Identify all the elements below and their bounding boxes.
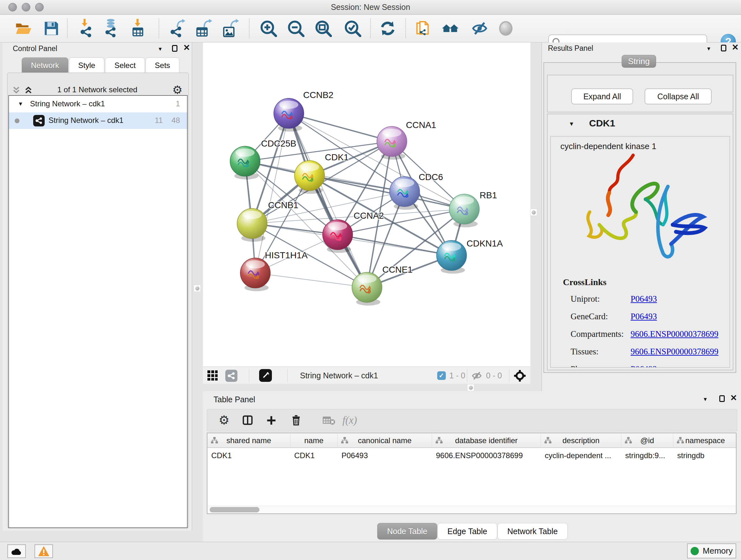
network-view-canvas[interactable]: CCNB2CCNA1CDC25BCDK1CDC6RB1CCNB1CCNA2CDK… [203,43,530,367]
cloud-status-button[interactable] [7,544,26,558]
results-panel-close-icon[interactable]: ✕ [732,43,739,52]
network-node-CCNE1[interactable]: CCNE1 [352,265,413,306]
tab-select[interactable]: Select [105,57,145,73]
node-label-CCNA2: CCNA2 [354,211,384,221]
control-panel-float-icon[interactable] [172,45,178,52]
crosshair-icon[interactable] [514,370,526,383]
export-table-button[interactable] [193,18,214,39]
column-header-description[interactable]: description [541,433,621,448]
crosslink-link[interactable]: P06493 [630,312,657,321]
table-panel: Table Panel ▼ ✕ ⚙ + f(x) shared namename… [203,391,741,542]
network-node-CCNB2[interactable]: CCNB2 [274,90,333,132]
tab-network[interactable]: Network [22,57,68,73]
table-cell[interactable]: stringdb [673,449,737,462]
gene-section-header[interactable]: ▼ CDK1 [548,114,733,133]
network-node-CDK1[interactable]: CDK1 [294,152,349,194]
zoom-fit-button[interactable] [313,18,334,39]
results-panel-menu-icon[interactable]: ▼ [706,46,711,52]
network-share-icon[interactable] [225,370,238,382]
zoom-selected-button[interactable] [342,18,363,39]
network-node-CDC6[interactable]: CDC6 [390,172,443,210]
open-session-button[interactable] [13,18,34,39]
tab-string[interactable]: String [622,55,656,68]
table-cell[interactable]: cyclin-dependent ... [541,449,621,462]
table-header-row: shared namenamecanonical namedatabase id… [207,433,736,448]
table-panel-close-icon[interactable]: ✕ [730,393,737,403]
delete-column-trash-icon[interactable] [291,415,301,426]
column-header-databaseidentifier[interactable]: database identifier [432,433,541,448]
crosslinks-title: CrossLinks [563,277,606,287]
tab-edge-table[interactable]: Edge Table [437,523,497,540]
network-node-count: 11 [155,116,163,125]
node-label-CDC25B: CDC25B [261,138,296,148]
tab-sets[interactable]: Sets [145,57,179,73]
column-header-namespace[interactable]: namespace [673,433,737,448]
hidden-eye-slash-icon[interactable] [472,371,482,382]
export-image-button[interactable] [220,18,241,39]
network-node-HIST1H1A[interactable]: HIST1H1A [240,250,308,291]
table-cell[interactable]: CDK1 [207,449,290,462]
network-node-RB1[interactable]: RB1 [449,190,497,227]
network-node-CDKN1A[interactable]: CDKN1A [436,239,503,273]
table-panel-float-icon[interactable] [719,395,725,402]
show-hide-graphics-button[interactable] [469,18,490,39]
tab-network-table[interactable]: Network Table [497,523,568,540]
table-row[interactable]: CDK1CDK1P064939606.ENSP00000378699cyclin… [207,449,736,462]
apply-layout-button[interactable] [377,18,398,39]
memory-button[interactable]: Memory [687,543,736,558]
column-header-canonicalname[interactable]: canonical name [338,433,432,448]
results-panel-title: Results Panel [548,44,593,53]
tab-style[interactable]: Style [69,57,105,73]
table-cell[interactable]: 9606.ENSP00000378699 [432,449,541,462]
table-cell[interactable]: stringdb:9... [621,449,673,462]
string-settings-button[interactable] [440,18,461,39]
toolbar-separator [67,18,68,38]
network-options-gear-icon[interactable]: ⚙ [172,83,183,97]
zoom-in-icon [260,20,277,37]
import-network-from-database-button[interactable] [100,18,122,39]
left-splitter-handle[interactable] [194,285,201,292]
column-header-sharedname[interactable]: shared name [207,433,290,448]
scrollbar-thumb[interactable] [210,507,259,512]
zoom-in-button[interactable] [258,18,279,39]
save-session-button[interactable] [41,18,62,39]
clone-network-button[interactable] [412,18,433,39]
results-panel-float-icon[interactable] [721,45,726,51]
sphere-view-button[interactable] [495,18,516,39]
table-cell[interactable]: P06493 [338,449,432,462]
network-list-header: 1 of 1 Network selected ⚙ [8,83,187,96]
horizontal-splitter-handle[interactable] [467,384,474,391]
export-network-button[interactable] [167,18,188,39]
column-header-id[interactable]: @id [621,433,673,448]
gene-collapse-icon[interactable]: ▼ [569,121,575,127]
collapse-all-button[interactable]: Collapse All [645,88,712,105]
table-settings-gear-icon[interactable]: ⚙ [219,413,229,427]
collection-expand-icon[interactable]: ▼ [18,101,23,107]
selected-checkbox-icon[interactable]: ✓ [437,371,446,380]
grid-view-icon[interactable] [207,370,218,381]
warnings-button[interactable] [35,544,53,558]
table-cell[interactable]: CDK1 [290,449,338,462]
crosslink-link[interactable]: P06493 [630,364,657,368]
crosslink-link[interactable]: 9606.ENSP00000378699 [630,329,718,339]
window-title: Session: New Session [0,3,741,12]
network-collection-row[interactable]: ▼ String Network – cdk1 1 [9,96,187,112]
birdseye-view-icon[interactable] [259,369,272,382]
control-panel-menu-icon[interactable]: ▼ [158,46,163,52]
zoom-out-button[interactable] [285,18,307,39]
node-table[interactable]: shared namenamecanonical namedatabase id… [207,433,737,514]
import-network-from-file-button[interactable] [76,18,97,39]
show-columns-icon[interactable] [242,415,253,426]
network-row-selected[interactable]: String Network – cdk1 11 48 [9,112,187,129]
expand-all-button[interactable]: Expand All [571,88,633,105]
crosslink-link[interactable]: P06493 [630,294,657,304]
right-splitter-handle[interactable] [530,209,537,216]
column-header-name[interactable]: name [290,433,338,448]
network-node-CCNA1[interactable]: CCNA1 [377,120,436,160]
table-panel-menu-icon[interactable]: ▼ [703,396,708,402]
control-panel-close-icon[interactable]: ✕ [183,43,190,53]
table-horizontal-scrollbar[interactable] [207,506,736,513]
tab-node-table[interactable]: Node Table [377,523,437,540]
import-table-from-file-button[interactable] [127,18,148,39]
crosslink-link[interactable]: 9606.ENSP00000378699 [630,347,718,357]
